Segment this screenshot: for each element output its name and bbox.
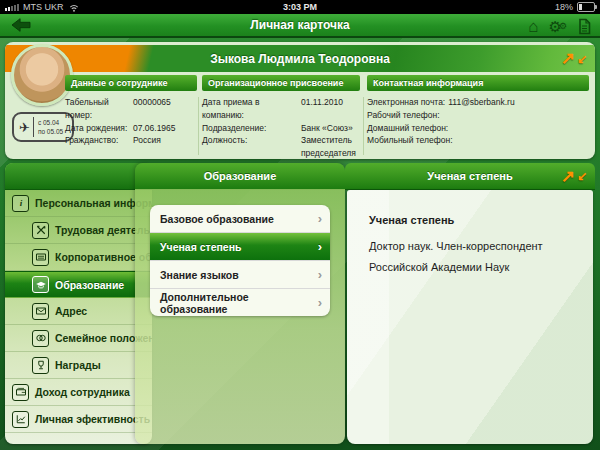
back-button[interactable] <box>8 16 34 34</box>
submenu-item-academic-degree[interactable]: Ученая степень › <box>150 233 330 261</box>
rings-icon <box>32 330 49 347</box>
sidebar-item-education[interactable]: Образование <box>5 271 152 298</box>
contact-info-panel: Контактная информация Электронная почта:… <box>367 75 589 147</box>
submenu-list: Базовое образование › Ученая степень › З… <box>150 205 330 316</box>
battery-icon <box>577 2 595 12</box>
chart-icon <box>12 411 29 428</box>
info-row: Дата приема в компанию:01.11.2010 <box>202 96 360 122</box>
detail-line: Доктор наук. Член-корреспондент <box>369 236 573 257</box>
row-value: Заместитель председателя правления <box>301 134 360 159</box>
sidebar-header <box>5 163 152 190</box>
row-value: 00000065 <box>133 96 171 122</box>
home-button[interactable]: ⌂ <box>528 18 538 35</box>
sidebar-menu: i Персональная информация Трудовая деяте… <box>5 163 152 444</box>
row-label: Мобильный телефон: <box>367 134 453 147</box>
info-row: Мобильный телефон: <box>367 134 589 147</box>
settings-button[interactable]: ⚙⚙ <box>548 19 567 34</box>
sidebar-item-awards[interactable]: Награды <box>5 352 152 379</box>
row-label: Электронная почта: <box>367 96 445 109</box>
sidebar-item-corporate-training[interactable]: Корпоративное обучение <box>5 244 152 271</box>
detail-heading: Ученая степень <box>369 214 573 226</box>
panel-title: Данные о сотруднике <box>65 75 197 91</box>
detail-title-label: Ученая степень <box>427 170 512 182</box>
arrow-up-right-icon: ↗ <box>561 50 575 67</box>
profile-header-card: Зыкова Людмила Теодоровна ↗ ↙ ✈ с 05.04 … <box>5 42 595 159</box>
row-value: 01.11.2010 <box>301 96 360 122</box>
employee-name: Зыкова Людмила Теодоровна <box>210 52 390 66</box>
submenu-item-additional-education[interactable]: Дополнительное образование › <box>150 289 330 316</box>
row-label: Табельный номер: <box>65 96 133 122</box>
page-title: Личная карточка <box>0 18 600 32</box>
status-bar: MTS UKR 3:03 PM 18% <box>0 0 600 14</box>
info-row: Подразделение:Банк «Союз» <box>202 122 360 135</box>
sidebar-item-label: Образование <box>55 279 124 291</box>
info-row: Домашний телефон: <box>367 122 589 135</box>
info-icon: i <box>12 195 29 212</box>
info-row: Электронная почта:111@sberbank.ru <box>367 96 589 109</box>
info-row: Должность:Заместитель председателя правл… <box>202 134 360 159</box>
panel-title: Контактная информация <box>367 75 589 91</box>
detail-panel: Ученая степень ↗ ↙ Ученая степень Доктор… <box>345 163 595 444</box>
education-submenu-panel: Образование Базовое образование › Ученая… <box>135 163 345 444</box>
vacation-to: по 05.05 <box>38 128 63 135</box>
sidebar-item-label: Личная эфективность <box>35 413 150 425</box>
submenu-title: Образование <box>135 163 345 190</box>
panel-divider <box>363 97 364 155</box>
panel-divider <box>198 97 199 155</box>
submenu-item-label: Знание языков <box>160 269 239 281</box>
sidebar-item-label: Адрес <box>55 305 87 317</box>
collapse-detail-button[interactable]: ↗ ↙ <box>561 163 587 189</box>
sidebar-item-personal-performance[interactable]: Личная эфективность <box>5 406 152 433</box>
submenu-body: Базовое образование › Ученая степень › З… <box>135 189 345 444</box>
employee-data-panel: Данные о сотруднике Табельный номер:0000… <box>65 75 197 147</box>
panel-title: Организационное присвоение <box>202 75 360 91</box>
document-icon <box>577 18 592 35</box>
sidebar-item-work-activity[interactable]: Трудовая деятельность <box>5 217 152 244</box>
detail-title: Ученая степень ↗ ↙ <box>345 163 595 190</box>
app-screen: MTS UKR 3:03 PM 18% Личная карточка ⌂ ⚙⚙ <box>0 0 600 450</box>
trophy-icon <box>32 357 49 374</box>
gear-small-icon: ⚙ <box>559 22 567 31</box>
submenu-item-languages[interactable]: Знание языков › <box>150 261 330 289</box>
row-label: Дата рождения: <box>65 122 133 135</box>
row-value: Банк «Союз» <box>301 122 360 135</box>
sidebar-item-personal-info[interactable]: i Персональная информация <box>5 190 152 217</box>
row-value: Россия <box>133 134 161 147</box>
row-label: Домашний телефон: <box>367 122 448 135</box>
employee-name-band: Зыкова Людмила Теодоровна ↗ ↙ <box>5 45 595 72</box>
row-value: 07.06.1965 <box>133 122 176 135</box>
training-icon <box>32 249 49 266</box>
info-row: Дата рождения:07.06.1965 <box>65 122 197 135</box>
clock-label: 3:03 PM <box>0 2 600 12</box>
sidebar-item-label: Доход сотрудника <box>35 386 130 398</box>
work-icon <box>32 222 49 239</box>
row-label: Подразделение: <box>202 122 301 135</box>
airplane-icon: ✈ <box>19 120 30 135</box>
svg-text:i: i <box>19 198 22 208</box>
sidebar-item-address[interactable]: Адрес <box>5 298 152 325</box>
submenu-item-label: Ученая степень <box>160 241 242 253</box>
row-label: Гражданство: <box>65 134 133 147</box>
submenu-item-basic-education[interactable]: Базовое образование › <box>150 205 330 233</box>
badge-divider <box>33 117 34 137</box>
arrow-down-left-icon: ↙ <box>577 53 587 65</box>
nav-bar: Личная карточка ⌂ ⚙⚙ <box>0 14 600 38</box>
info-row: Табельный номер:00000065 <box>65 96 197 122</box>
arrow-up-right-icon: ↗ <box>561 168 575 185</box>
chevron-right-icon: › <box>318 239 322 254</box>
sidebar-item-family-status[interactable]: Семейное положение <box>5 325 152 352</box>
detail-line: Российской Академии Наук <box>369 257 573 278</box>
sidebar-item-employee-income[interactable]: Доход сотрудника <box>5 379 152 406</box>
wallet-icon <box>12 384 29 401</box>
document-button[interactable] <box>577 18 592 35</box>
arrow-down-left-icon: ↙ <box>577 170 587 182</box>
chevron-right-icon: › <box>318 211 322 226</box>
info-row: Гражданство:Россия <box>65 134 197 147</box>
row-value: 111@sberbank.ru <box>448 96 514 109</box>
org-assignment-panel: Организационное присвоение Дата приема в… <box>202 75 360 159</box>
info-row: Рабочий телефон: <box>367 109 589 122</box>
collapse-header-button[interactable]: ↗ ↙ <box>561 45 587 72</box>
detail-card: Ученая степень Доктор наук. Член-корресп… <box>347 190 593 444</box>
submenu-item-label: Дополнительное образование <box>160 291 318 315</box>
chevron-right-icon: › <box>318 295 322 310</box>
